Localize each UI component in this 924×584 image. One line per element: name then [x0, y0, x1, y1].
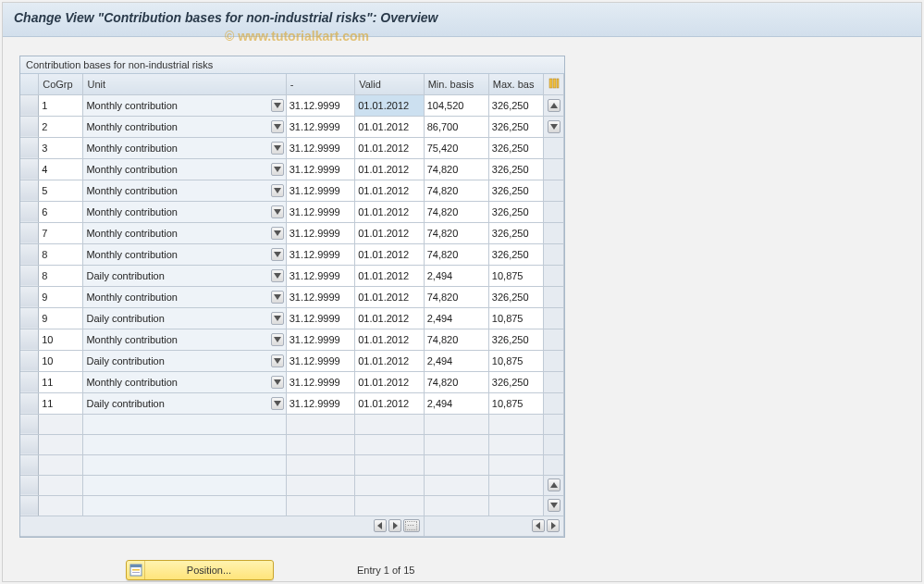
cell-min-basis[interactable]: 2,494 — [424, 350, 488, 371]
row-selector[interactable] — [20, 350, 39, 371]
cell-cogrp[interactable] — [39, 454, 83, 475]
cell-unit[interactable]: Daily contribution — [83, 265, 286, 286]
row-selector[interactable] — [20, 137, 39, 158]
chevron-down-icon[interactable] — [271, 142, 284, 155]
cell-min-basis[interactable]: 74,820 — [424, 243, 488, 265]
cell-valid[interactable]: 01.01.2012 — [355, 222, 425, 243]
cell-end-date[interactable]: 31.12.9999 — [286, 392, 355, 414]
cell-end-date[interactable]: 31.12.9999 — [286, 307, 355, 329]
row-selector[interactable] — [20, 307, 39, 329]
col-header-selector[interactable] — [20, 74, 39, 94]
cell-min-basis[interactable]: 104,520 — [424, 94, 488, 116]
cell-unit[interactable]: Monthly contribution — [83, 329, 286, 350]
cell-end-date[interactable]: 31.12.9999 — [286, 243, 355, 265]
cell-max-basis[interactable] — [488, 495, 543, 516]
cell-valid[interactable]: 01.01.2012 — [355, 158, 425, 180]
col-header-unit[interactable]: Unit — [83, 74, 286, 94]
cell-min-basis[interactable]: 86,700 — [424, 116, 488, 137]
cell-valid[interactable]: 01.01.2012 — [355, 392, 425, 414]
cell-cogrp[interactable]: 11 — [39, 392, 83, 414]
cell-max-basis[interactable] — [488, 454, 543, 475]
cell-min-basis[interactable]: 74,820 — [424, 222, 488, 243]
cell-cogrp[interactable] — [39, 434, 83, 454]
cell-max-basis[interactable]: 326,250 — [488, 201, 543, 222]
chevron-down-icon[interactable] — [271, 227, 284, 240]
cell-min-basis[interactable]: 74,820 — [424, 286, 488, 307]
chevron-down-icon[interactable] — [271, 205, 284, 218]
chevron-down-icon[interactable] — [271, 397, 284, 410]
cell-min-basis[interactable]: 75,420 — [424, 137, 488, 158]
cell-valid[interactable]: 01.01.2012 — [355, 201, 425, 222]
cell-unit[interactable] — [83, 454, 286, 475]
row-selector[interactable] — [20, 94, 39, 116]
row-selector[interactable] — [20, 371, 39, 392]
cell-valid[interactable]: 01.01.2012 — [355, 137, 425, 158]
cell-valid[interactable] — [355, 475, 425, 495]
cell-cogrp[interactable]: 9 — [39, 286, 83, 307]
chevron-down-icon[interactable] — [271, 120, 284, 133]
cell-max-basis[interactable]: 326,250 — [488, 222, 543, 243]
cell-valid[interactable]: 01.01.2012 — [355, 286, 425, 307]
row-selector[interactable] — [20, 222, 39, 243]
row-selector[interactable] — [20, 495, 39, 516]
cell-end-date[interactable]: 31.12.9999 — [286, 286, 355, 307]
cell-min-basis[interactable]: 74,820 — [424, 371, 488, 392]
chevron-down-icon[interactable] — [271, 312, 284, 325]
cell-max-basis[interactable]: 326,250 — [488, 116, 543, 137]
cell-unit[interactable]: Daily contribution — [83, 307, 286, 329]
cell-cogrp[interactable]: 10 — [39, 329, 83, 350]
cell-valid[interactable]: 01.01.2012 — [355, 243, 425, 265]
cell-max-basis[interactable]: 326,250 — [488, 158, 543, 180]
cell-cogrp[interactable]: 1 — [39, 94, 83, 116]
chevron-down-icon[interactable] — [271, 291, 284, 304]
cell-unit[interactable]: Daily contribution — [83, 350, 286, 371]
scroll-down-button[interactable] — [548, 499, 561, 512]
row-selector[interactable] — [20, 158, 39, 180]
col-header-max[interactable]: Max. bas — [488, 74, 543, 94]
chevron-down-icon[interactable] — [271, 163, 284, 176]
cell-max-basis[interactable]: 10,875 — [488, 307, 543, 329]
cell-max-basis[interactable]: 326,250 — [488, 137, 543, 158]
row-selector[interactable] — [20, 475, 39, 495]
cell-max-basis[interactable] — [488, 414, 543, 434]
cell-min-basis[interactable]: 74,820 — [424, 329, 488, 350]
col-header-min[interactable]: Min. basis — [424, 74, 488, 94]
cell-max-basis[interactable]: 10,875 — [488, 265, 543, 286]
scroll-range-button[interactable]: ⋯ — [403, 519, 420, 532]
scroll-up-button[interactable] — [548, 99, 561, 112]
table-settings-icon[interactable] — [548, 80, 560, 91]
chevron-down-icon[interactable] — [271, 269, 284, 282]
cell-end-date[interactable]: 31.12.9999 — [286, 116, 355, 137]
cell-cogrp[interactable]: 6 — [39, 201, 83, 222]
cell-min-basis[interactable] — [424, 454, 488, 475]
row-selector[interactable] — [20, 265, 39, 286]
cell-end-date[interactable] — [286, 434, 355, 454]
cell-unit[interactable]: Monthly contribution — [83, 116, 286, 137]
cell-valid[interactable] — [355, 434, 425, 454]
cell-valid[interactable] — [355, 495, 425, 516]
scroll-right-button[interactable] — [388, 519, 401, 532]
cell-min-basis[interactable]: 2,494 — [424, 392, 488, 414]
cell-unit[interactable]: Monthly contribution — [83, 94, 286, 116]
cell-valid[interactable]: 01.01.2012 — [355, 307, 425, 329]
cell-valid[interactable]: 01.01.2012 — [355, 329, 425, 350]
cell-valid[interactable]: 01.01.2012 — [355, 350, 425, 371]
scroll-down-step-button[interactable] — [548, 120, 561, 133]
cell-max-basis[interactable]: 326,250 — [488, 243, 543, 265]
cell-min-basis[interactable] — [424, 475, 488, 495]
cell-max-basis[interactable]: 326,250 — [488, 329, 543, 350]
cell-end-date[interactable]: 31.12.9999 — [286, 222, 355, 243]
chevron-down-icon[interactable] — [271, 99, 284, 112]
scroll-right-button-2[interactable] — [547, 519, 560, 532]
cell-end-date[interactable]: 31.12.9999 — [286, 329, 355, 350]
cell-end-date[interactable]: 31.12.9999 — [286, 137, 355, 158]
cell-unit[interactable]: Monthly contribution — [83, 158, 286, 180]
cell-cogrp[interactable]: 9 — [39, 307, 83, 329]
cell-min-basis[interactable]: 74,820 — [424, 180, 488, 201]
cell-end-date[interactable] — [286, 414, 355, 434]
cell-unit[interactable] — [83, 475, 286, 495]
cell-cogrp[interactable] — [39, 495, 83, 516]
cell-cogrp[interactable]: 10 — [39, 350, 83, 371]
cell-unit[interactable]: Monthly contribution — [83, 180, 286, 201]
cell-cogrp[interactable]: 11 — [39, 371, 83, 392]
